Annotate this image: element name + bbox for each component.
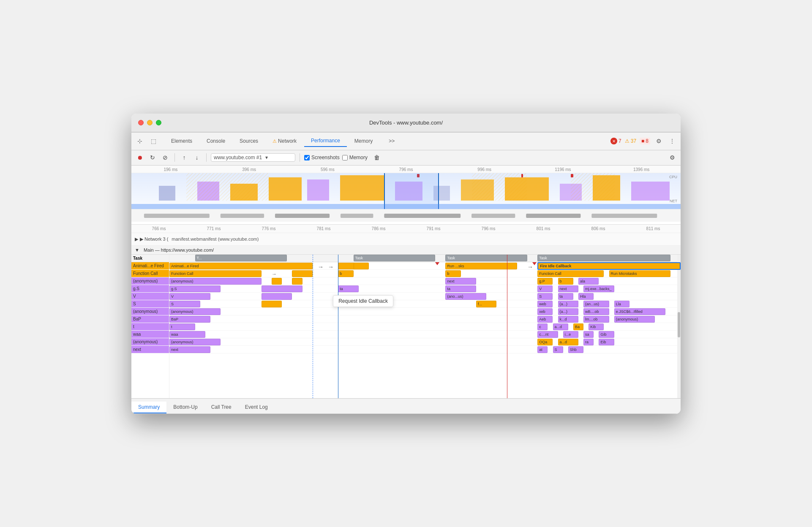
- ba-block[interactable]: Ba: [573, 323, 583, 330]
- tab-sources[interactable]: Sources: [233, 136, 265, 147]
- run-microtasks[interactable]: Run Microtasks: [609, 270, 670, 277]
- run-sks-block[interactable]: Run ...sks: [445, 263, 517, 269]
- next-block-main[interactable]: next: [169, 346, 210, 353]
- an-block-2[interactable]: (a...): [558, 308, 578, 315]
- b-block-mid[interactable]: b: [445, 270, 460, 277]
- ta-block-left[interactable]: ta: [338, 285, 358, 292]
- c-block[interactable]: c: [537, 323, 548, 330]
- tab-network[interactable]: ⚠Network: [266, 136, 303, 147]
- waa-block[interactable]: waa: [169, 331, 205, 338]
- kd-block[interactable]: k...d: [558, 316, 578, 323]
- sa-block[interactable]: sa: [583, 331, 594, 338]
- tab-console[interactable]: Console: [200, 136, 232, 147]
- settings-gear-icon[interactable]: ⚙: [654, 136, 664, 146]
- tab-performance[interactable]: Performance: [304, 135, 347, 147]
- b-block-left[interactable]: b: [338, 270, 353, 277]
- tab-elements[interactable]: Elements: [164, 136, 199, 147]
- tab-more[interactable]: >>: [382, 136, 401, 147]
- gs-block[interactable]: g.S: [169, 285, 221, 292]
- task-block-3[interactable]: Task: [445, 255, 527, 261]
- task-block-4[interactable]: Task: [537, 255, 670, 261]
- anon-block[interactable]: (anonymous): [169, 278, 262, 285]
- ta-block-mid[interactable]: ta: [445, 285, 476, 292]
- download-button[interactable]: ↓: [192, 152, 202, 163]
- v-block[interactable]: V: [537, 285, 553, 292]
- toolbar-settings-icon[interactable]: ⚙: [667, 152, 677, 163]
- purple-bar-gs[interactable]: [262, 285, 302, 292]
- tab-event-log[interactable]: Event Log: [238, 402, 275, 413]
- ta-block-right[interactable]: ta: [558, 293, 573, 300]
- v-block-main[interactable]: V: [169, 293, 210, 300]
- ad-block-2[interactable]: a...d: [558, 339, 578, 345]
- s-block-small[interactable]: S: [553, 346, 563, 353]
- lla-block[interactable]: Lla: [614, 301, 629, 307]
- anous-block[interactable]: (ano...us): [445, 293, 486, 300]
- record-button[interactable]: ⏺: [135, 152, 145, 163]
- at-block[interactable]: at: [537, 346, 548, 353]
- purple-bar-v[interactable]: [262, 293, 292, 300]
- ad-block[interactable]: a...d: [553, 323, 568, 330]
- anim-block-1[interactable]: Animati...e Fired: [169, 263, 313, 269]
- tab-summary[interactable]: Summary: [131, 402, 166, 413]
- xeb-block[interactable]: xeb: [537, 308, 553, 315]
- tab-bottom-up[interactable]: Bottom-Up: [166, 402, 204, 413]
- ra-block[interactable]: ra: [583, 339, 594, 345]
- oqa-block[interactable]: OQa: [537, 339, 553, 345]
- flame-chart-area[interactable]: T... Task Task Task Animati...e Fired → …: [169, 255, 681, 398]
- kib-block[interactable]: Kib: [589, 323, 604, 330]
- ejsc-block[interactable]: e.JSC$6...Ifilled: [614, 308, 665, 315]
- yellow-bar-2[interactable]: [292, 278, 302, 285]
- lmob-block[interactable]: lm....ob: [583, 316, 609, 323]
- minimize-button[interactable]: [147, 120, 153, 125]
- gib-block[interactable]: Gib: [599, 331, 614, 338]
- func-call-block-2[interactable]: [292, 270, 312, 277]
- more-options-icon[interactable]: ⋮: [667, 136, 677, 146]
- gp-block[interactable]: g.P: [537, 278, 553, 285]
- eib-block[interactable]: Eib: [599, 339, 614, 345]
- next-block-mid[interactable]: next: [445, 278, 476, 285]
- screenshots-checkbox[interactable]: [304, 155, 310, 160]
- f-block[interactable]: f...: [476, 301, 496, 307]
- t-block[interactable]: t: [169, 323, 195, 330]
- wb-block[interactable]: wB....ob: [583, 308, 609, 315]
- collapse-main-icon[interactable]: ▼: [135, 247, 139, 253]
- func-call-block[interactable]: Function Call: [169, 270, 262, 277]
- close-button[interactable]: [138, 120, 144, 125]
- expand-network-icon[interactable]: ▶: [135, 236, 138, 242]
- yellow-bar-1[interactable]: [272, 278, 282, 285]
- task-block-1[interactable]: T...: [195, 255, 287, 261]
- an-block-1[interactable]: (a...): [558, 301, 578, 307]
- trash-icon[interactable]: 🗑: [372, 152, 382, 163]
- anon-right[interactable]: (anonymous): [614, 316, 655, 323]
- maximize-button[interactable]: [156, 120, 161, 125]
- device-icon[interactable]: ⬚: [148, 136, 158, 146]
- ala-block[interactable]: ala: [578, 278, 599, 285]
- inspect-icon[interactable]: ⊹: [135, 136, 145, 146]
- anim-block-3[interactable]: [354, 263, 369, 269]
- memory-checkbox[interactable]: [342, 155, 348, 160]
- scrollbar-thumb[interactable]: [678, 312, 680, 337]
- tab-call-tree[interactable]: Call Tree: [204, 402, 238, 413]
- url-chevron-icon[interactable]: ▾: [265, 155, 268, 160]
- next-block-right[interactable]: next: [558, 285, 578, 292]
- anon2-block[interactable]: (anonymous): [169, 308, 221, 315]
- upload-button[interactable]: ↑: [179, 152, 189, 163]
- fire-idle-callback-block[interactable]: Fire Idle Callback: [537, 262, 681, 270]
- s-block-right[interactable]: S: [537, 293, 553, 300]
- tab-memory[interactable]: Memory: [348, 136, 379, 147]
- anon3-block[interactable]: (anonymous): [169, 339, 221, 345]
- vertical-scrollbar[interactable]: [677, 255, 681, 398]
- reload-button[interactable]: ↻: [147, 152, 158, 163]
- bap-block[interactable]: BaP: [169, 316, 210, 323]
- aeb-block[interactable]: Aeb: [537, 316, 553, 323]
- web-block[interactable]: web: [537, 301, 553, 307]
- anus-block[interactable]: (an...us): [583, 301, 609, 307]
- task-block-2[interactable]: Task: [354, 255, 436, 261]
- mj-block[interactable]: mj.exe...backs_: [583, 285, 614, 292]
- hla-block[interactable]: Hla: [578, 293, 594, 300]
- b-block-right[interactable]: b: [558, 278, 573, 285]
- timeline-overview[interactable]: 196 ms 396 ms 596 ms 796 ms 996 ms 1196 …: [131, 166, 681, 225]
- cnt-block[interactable]: c....nt: [537, 331, 558, 338]
- func-call-right[interactable]: Function Call: [537, 270, 604, 277]
- shb-block[interactable]: Shb: [568, 346, 583, 353]
